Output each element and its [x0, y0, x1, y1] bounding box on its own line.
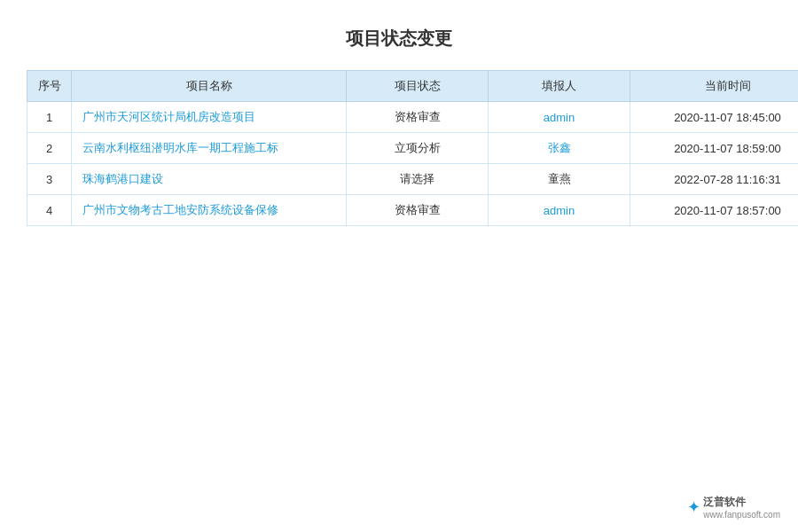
header-seq: 序号 — [27, 71, 72, 102]
cell-status: 资格审查 — [347, 102, 489, 133]
cell-reporter[interactable]: 张鑫 — [489, 133, 630, 164]
header-name: 项目名称 — [72, 71, 347, 102]
cell-project-name[interactable]: 珠海鹤港口建设 — [72, 164, 347, 195]
cell-reporter: 童燕 — [489, 164, 630, 195]
watermark-logo: ✦ 泛普软件 www.fanpusoft.com — [687, 495, 780, 520]
project-table: 序号 项目名称 项目状态 填报人 当前时间 1广州市天河区统计局机房改造项目资格… — [27, 70, 798, 226]
cell-seq: 4 — [27, 195, 72, 226]
cell-status: 立项分析 — [347, 133, 489, 164]
cell-status: 资格审查 — [347, 195, 489, 226]
cell-time: 2022-07-28 11:16:31 — [630, 164, 799, 195]
watermark-text-block: 泛普软件 www.fanpusoft.com — [703, 495, 780, 520]
cell-project-name[interactable]: 广州市文物考古工地安防系统设备保修 — [72, 195, 347, 226]
project-name-link[interactable]: 广州市天河区统计局机房改造项目 — [82, 110, 255, 123]
cell-project-name[interactable]: 云南水利枢纽潜明水库一期工程施工标 — [72, 133, 347, 164]
project-name-link[interactable]: 珠海鹤港口建设 — [82, 172, 163, 185]
table-row: 2云南水利枢纽潜明水库一期工程施工标立项分析张鑫2020-11-07 18:59… — [27, 133, 799, 164]
cell-status: 请选择 — [347, 164, 489, 195]
cell-seq: 1 — [27, 102, 72, 133]
cell-reporter[interactable]: admin — [489, 195, 630, 226]
reporter-link[interactable]: admin — [544, 111, 575, 124]
table-row: 1广州市天河区统计局机房改造项目资格审查admin2020-11-07 18:4… — [27, 102, 799, 133]
table-row: 3珠海鹤港口建设请选择童燕2022-07-28 11:16:31 — [27, 164, 799, 195]
watermark: ✦ 泛普软件 www.fanpusoft.com — [687, 495, 780, 520]
watermark-url: www.fanpusoft.com — [703, 510, 780, 520]
reporter-link[interactable]: admin — [544, 204, 575, 217]
cell-project-name[interactable]: 广州市天河区统计局机房改造项目 — [72, 102, 347, 133]
header-reporter: 填报人 — [489, 71, 630, 102]
project-name-link[interactable]: 云南水利枢纽潜明水库一期工程施工标 — [82, 141, 278, 154]
cell-seq: 3 — [27, 164, 72, 195]
cell-time: 2020-11-07 18:57:00 — [630, 195, 799, 226]
reporter-link[interactable]: 张鑫 — [548, 141, 571, 154]
project-name-link[interactable]: 广州市文物考古工地安防系统设备保修 — [82, 203, 278, 216]
page-container: 项目状态变更 序号 项目名称 项目状态 填报人 当前时间 1广州市天河区统计局机… — [0, 0, 798, 532]
page-title: 项目状态变更 — [27, 18, 771, 56]
header-status: 项目状态 — [347, 71, 489, 102]
watermark-company: 泛普软件 — [703, 495, 746, 510]
cell-seq: 2 — [27, 133, 72, 164]
cell-time: 2020-11-07 18:45:00 — [630, 102, 799, 133]
cell-time: 2020-11-07 18:59:00 — [630, 133, 799, 164]
cell-reporter[interactable]: admin — [489, 102, 630, 133]
table-body: 1广州市天河区统计局机房改造项目资格审查admin2020-11-07 18:4… — [27, 102, 799, 226]
brand-icon: ✦ — [687, 497, 700, 517]
table-header: 序号 项目名称 项目状态 填报人 当前时间 — [27, 71, 799, 102]
header-time: 当前时间 — [630, 71, 799, 102]
header-row: 序号 项目名称 项目状态 填报人 当前时间 — [27, 71, 799, 102]
table-row: 4广州市文物考古工地安防系统设备保修资格审查admin2020-11-07 18… — [27, 195, 799, 226]
